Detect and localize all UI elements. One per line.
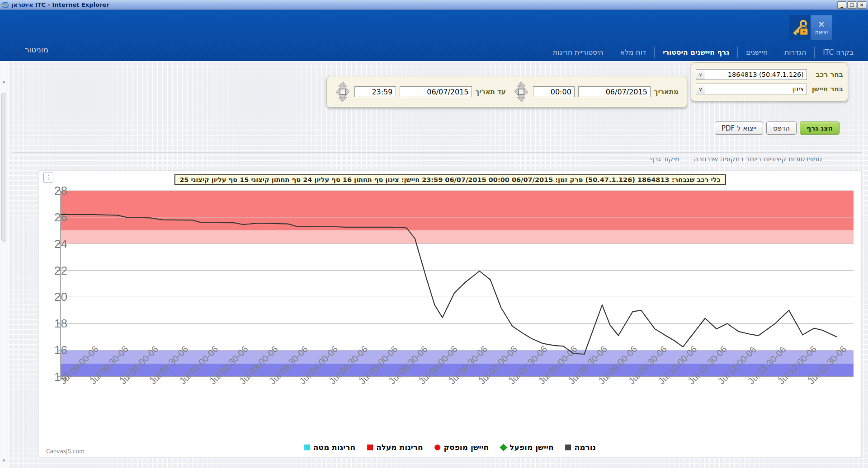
ie-logo-icon <box>2 1 9 9</box>
square-marker-icon <box>566 445 571 450</box>
vehicle-sensor-panel: בחר רכב 1864813 (50.47.1.126) ∨ בחר חייש… <box>691 62 848 101</box>
chevron-down-icon[interactable]: ∨ <box>696 84 705 94</box>
minimize-button[interactable]: _ <box>837 1 846 9</box>
graph-focus-link[interactable]: מיקוד גרף <box>650 155 679 163</box>
vehicle-select-label: בחר רכב <box>811 70 843 79</box>
legend-item[interactable]: נורמה <box>566 443 596 452</box>
chart-legend: נורמהחיישן מופעלחיישן מופסקחריגות מעלהחר… <box>304 443 596 452</box>
extreme-temperatures-link[interactable]: טמפרטורות קיצוניות ביותר בתקופה שנבחרה <box>693 155 822 163</box>
chart-options-icon[interactable]: ⋮ <box>43 173 53 183</box>
section-divider <box>13 152 862 153</box>
security-key-button[interactable] <box>789 15 811 40</box>
chart-container: 141618202224262806-Jul 00:0006-Jul 00:30… <box>38 170 862 458</box>
print-button[interactable]: הדפס <box>766 122 797 135</box>
circle-marker-icon <box>435 445 441 450</box>
exit-x-icon: × <box>818 20 825 28</box>
legend-label: חיישן מופעל <box>509 443 553 452</box>
exit-button[interactable]: × יציאה <box>811 15 832 40</box>
page-content: מתאריך עד תאריך בחר רכב <box>8 61 868 468</box>
scroll-up-icon[interactable]: ▲ <box>0 78 8 85</box>
sensor-select[interactable]: צינון ∨ <box>696 84 807 94</box>
scrollbar-thumb[interactable] <box>1 93 6 242</box>
from-date-input[interactable] <box>578 86 651 97</box>
sensor-select-value: צינון <box>705 85 807 93</box>
window-title: איתוראן ITC - Internet Explorer <box>11 1 109 8</box>
sensor-select-label: בחר חיישן <box>811 85 843 93</box>
vehicle-select-value: 1864813 (50.47.1.126) <box>705 71 807 78</box>
chart-plot[interactable]: 141618202224262806-Jul 00:0006-Jul 00:30… <box>39 171 862 458</box>
from-date-spinner[interactable] <box>513 81 529 103</box>
app-header: × יציאה מוניטור בקרה ITC הגדרות חיישנים … <box>0 10 868 61</box>
legend-item[interactable]: חריגות מעלה <box>367 443 423 452</box>
legend-item[interactable]: חיישן מופסק <box>435 443 489 452</box>
legend-label: נורמה <box>575 443 596 452</box>
legend-label: חיישן מופסק <box>444 443 489 452</box>
vehicle-select[interactable]: 1864813 (50.47.1.126) ∨ <box>696 69 807 80</box>
window-titlebar: איתוראן ITC - Internet Explorer _ □ × <box>0 0 868 10</box>
vertical-scrollbar[interactable]: ▲ ▼ <box>0 61 8 468</box>
square-marker-icon <box>367 445 373 450</box>
close-button[interactable]: × <box>857 1 866 9</box>
from-date-label: מתאריך <box>654 88 679 96</box>
canvasjs-credit-link[interactable]: CanvasJS.com <box>46 448 85 454</box>
diamond-marker-icon <box>500 444 508 451</box>
legend-item[interactable]: חריגות מטה <box>304 443 355 452</box>
menu-item-full-report[interactable]: דוח מלא <box>612 47 655 58</box>
to-date-spinner[interactable] <box>335 81 351 103</box>
square-marker-icon <box>304 445 310 450</box>
menu-item-settings[interactable]: הגדרות <box>776 47 815 58</box>
menu-item-sensors[interactable]: חיישנים <box>738 47 776 58</box>
main-menu: בקרה ITC הגדרות חיישנים גרף חיישנים היסט… <box>545 46 862 59</box>
to-time-input[interactable] <box>354 86 396 97</box>
scroll-down-icon[interactable]: ▼ <box>0 457 8 464</box>
export-pdf-button[interactable]: ייצוא ל PDF <box>715 122 763 135</box>
menu-item-itc-control[interactable]: בקרה ITC <box>815 47 862 58</box>
legend-label: חריגות מטה <box>313 443 355 452</box>
date-range-panel: מתאריך עד תאריך <box>326 76 687 108</box>
legend-label: חריגות מעלה <box>376 443 423 452</box>
menu-item-historic-sensor-graph[interactable]: גרף חיישנים היסטורי <box>655 47 738 58</box>
legend-item[interactable]: חיישן מופעל <box>500 443 553 452</box>
maximize-button[interactable]: □ <box>847 1 856 9</box>
monitor-section-label[interactable]: מוניטור <box>25 45 48 54</box>
chevron-down-icon[interactable]: ∨ <box>696 70 705 80</box>
key-lock-icon <box>791 19 809 37</box>
from-time-input[interactable] <box>533 86 575 97</box>
to-date-label: עד תאריך <box>476 88 506 96</box>
menu-item-exceptions-history[interactable]: היסטוריית חריגות <box>545 47 612 58</box>
exit-label: יציאה <box>815 29 828 36</box>
to-date-input[interactable] <box>400 86 472 97</box>
show-graph-button[interactable]: הצג גרף <box>800 122 840 135</box>
actions-toolbar: הצג גרף הדפס ייצוא ל PDF <box>715 122 840 135</box>
chart-title: כלי רכב שנבחר: 1864813 (50.47.1.126) פרק… <box>174 174 726 185</box>
